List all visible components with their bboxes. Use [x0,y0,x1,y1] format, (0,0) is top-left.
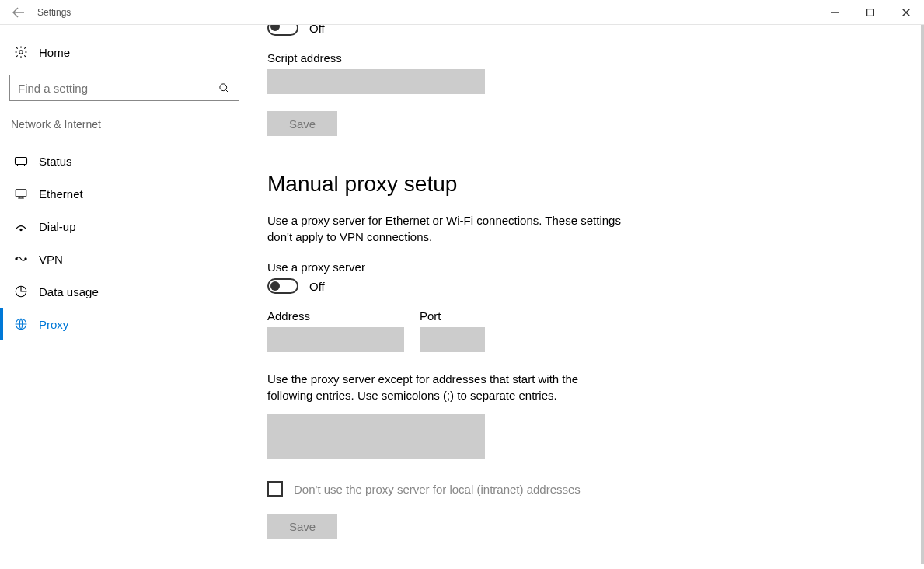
svg-point-5 [20,229,22,230]
nav-label: Status [39,155,72,168]
manual-desc: Use a proxy server for Ethernet or Wi-Fi… [267,212,625,245]
home-button[interactable]: Home [8,40,241,64]
exceptions-input[interactable] [267,414,485,459]
sidebar-item-vpn[interactable]: VPN [8,243,241,275]
sidebar: Home Network & Internet Status Ethernet … [0,25,249,569]
useproxy-toggle-state: Off [309,280,325,293]
port-label: Port [420,309,485,323]
svg-point-1 [19,51,23,54]
address-input[interactable] [267,327,404,352]
search-icon [217,81,231,95]
except-desc: Use the proxy server except for addresse… [267,371,594,403]
window-title: Settings [37,7,71,18]
search-box[interactable] [9,75,239,101]
local-checkbox[interactable] [267,481,283,497]
search-input[interactable] [18,82,217,95]
script-address-input[interactable] [267,69,485,94]
minimize-button[interactable] [817,0,853,25]
auto-save-button[interactable]: Save [267,111,337,136]
title-bar: Settings [0,0,924,25]
svg-rect-0 [867,9,874,16]
section-label: Network & Internet [8,118,241,131]
address-label: Address [267,309,404,323]
svg-point-7 [25,258,26,260]
nav-label: VPN [39,253,63,266]
use-proxy-label: Use a proxy server [267,260,905,274]
script-address-label: Script address [267,51,905,65]
autodetect-toggle-state: Off [309,25,325,35]
svg-point-6 [16,258,17,260]
gear-icon [14,45,28,59]
nav-label: Proxy [39,318,68,331]
svg-rect-3 [16,158,27,165]
local-checkbox-label: Don't use the proxy server for local (in… [294,483,581,496]
datausage-icon [14,284,28,298]
dialup-icon [14,219,28,233]
home-label: Home [39,46,70,59]
vpn-icon [14,252,28,266]
back-button[interactable] [0,0,37,25]
nav-label: Dial-up [39,220,76,233]
autodetect-toggle[interactable] [267,25,298,36]
sidebar-item-status[interactable]: Status [8,145,241,177]
nav-label: Ethernet [39,187,83,201]
ethernet-icon [14,187,28,201]
globe-icon [14,317,28,331]
nav-label: Data usage [39,285,99,298]
close-button[interactable] [888,0,924,25]
svg-rect-4 [16,190,26,197]
manual-heading: Manual proxy setup [267,172,905,197]
sidebar-item-datausage[interactable]: Data usage [8,275,241,308]
manual-save-button[interactable]: Save [267,514,337,539]
status-icon [14,154,28,168]
port-input[interactable] [420,327,485,352]
sidebar-item-proxy[interactable]: Proxy [8,308,241,340]
scrollbar[interactable] [921,25,924,564]
svg-point-2 [219,83,226,90]
useproxy-toggle[interactable] [267,278,298,294]
sidebar-item-dialup[interactable]: Dial-up [8,210,241,243]
main-panel: Off Script address Save Manual proxy set… [249,25,924,569]
sidebar-item-ethernet[interactable]: Ethernet [8,177,241,210]
maximize-button[interactable] [853,0,888,25]
